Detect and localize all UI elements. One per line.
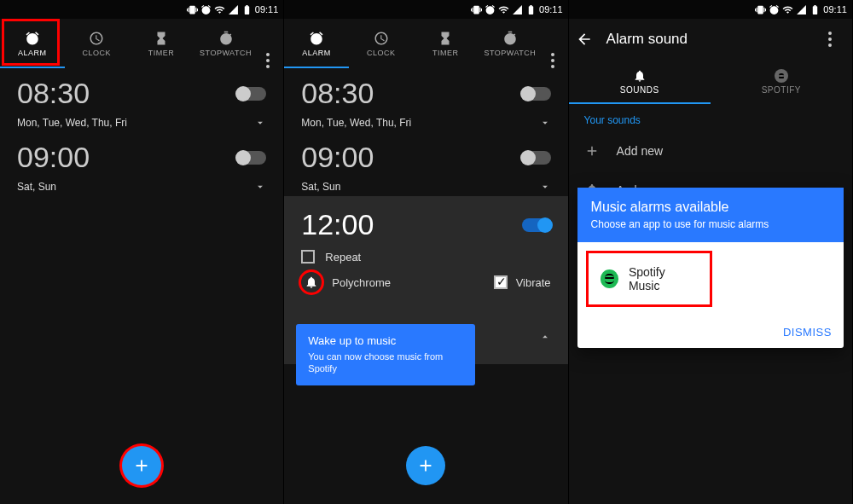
status-bar: 09:11 [569, 0, 852, 19]
overflow-menu[interactable] [543, 53, 563, 68]
vibrate-icon [471, 4, 482, 15]
dialog-subtitle: Choose an app to use for music alarms [591, 218, 830, 230]
alarm-toggle[interactable] [237, 87, 266, 101]
alarm-days: Sat, Sun [17, 181, 56, 193]
alarm-item-1[interactable]: 08:30 Mon, Tue, Wed, Thu, Fri [0, 68, 283, 132]
ringtone-label[interactable]: Polychrome [332, 276, 391, 289]
ringtone-icon-wrapper[interactable] [301, 272, 322, 293]
alarm-time: 12:00 [301, 208, 374, 241]
alarm-item-3-expanded: 12:00 Repeat Polychrome Vibrate Wake up … [284, 196, 567, 364]
battery-icon [525, 4, 537, 15]
wifi-icon [214, 4, 225, 15]
tab-spotify[interactable]: SPOTIFY [711, 60, 852, 104]
alarm-time: 09:00 [17, 141, 90, 174]
add-alarm-fab[interactable] [406, 446, 445, 485]
spotify-icon [775, 69, 788, 83]
dismiss-button[interactable]: DISMISS [783, 326, 832, 339]
alarm-days: Mon, Tue, Wed, Thu, Fri [301, 117, 411, 129]
spotify-option[interactable]: Spotify Music [586, 251, 712, 307]
chevron-down-icon[interactable] [539, 117, 551, 129]
alarm-toggle[interactable] [237, 151, 266, 165]
tab-clock[interactable]: CLOCK [65, 19, 130, 68]
alarm-status-icon [485, 4, 496, 15]
chevron-up-icon[interactable] [539, 331, 551, 343]
section-your-sounds: Your sounds [569, 104, 852, 131]
alarm-item-2[interactable]: 09:00 Sat, Sun [284, 132, 567, 196]
tab-alarm[interactable]: ALARM [284, 19, 349, 68]
alarm-item-2[interactable]: 09:00 Sat, Sun [0, 132, 283, 196]
screen-alarm-list: 09:11 ALARM CLOCK TIMER STOPWATCH [0, 0, 284, 504]
vibrate-checkbox[interactable] [494, 275, 508, 289]
alarm-time: 08:30 [17, 77, 90, 110]
page-title: Alarm sound [606, 31, 688, 48]
alarm-days: Sat, Sun [301, 181, 340, 193]
plus-icon [584, 143, 600, 159]
overflow-menu[interactable] [258, 53, 278, 68]
clock-icon [89, 31, 104, 46]
top-bar: ALARM CLOCK TIMER STOPWATCH [284, 19, 567, 68]
tab-alarm[interactable]: ALARM [0, 19, 65, 68]
status-bar: 09:11 [284, 0, 567, 19]
sound-tabs: SOUNDS SPOTIFY [569, 60, 852, 104]
status-time: 09:11 [539, 4, 563, 14]
vibrate-icon [755, 4, 766, 15]
stopwatch-icon [502, 31, 518, 46]
spotify-tooltip: Wake up to music You can now choose musi… [296, 324, 475, 385]
signal-icon [512, 4, 523, 15]
clock-icon [374, 31, 389, 46]
tab-stopwatch[interactable]: STOPWATCH [194, 19, 258, 68]
app-bar: Alarm sound [569, 19, 852, 60]
signal-icon [796, 4, 807, 15]
repeat-row[interactable]: Repeat [301, 250, 550, 264]
tab-clock[interactable]: CLOCK [349, 19, 414, 68]
bell-icon [305, 275, 318, 289]
tab-sounds[interactable]: SOUNDS [569, 60, 711, 104]
vibrate-icon [187, 4, 198, 15]
spotify-icon [601, 269, 618, 288]
chevron-down-icon[interactable] [254, 181, 266, 193]
alarm-time: 08:30 [301, 77, 374, 110]
music-alarms-dialog: Music alarms available Choose an app to … [577, 188, 844, 348]
alarm-toggle[interactable] [522, 151, 551, 165]
signal-icon [228, 4, 239, 15]
spotify-option-label: Spotify Music [629, 265, 698, 293]
battery-icon [241, 4, 252, 15]
repeat-checkbox[interactable] [301, 250, 315, 264]
chevron-down-icon[interactable] [539, 181, 551, 193]
alarm-icon [25, 31, 40, 46]
overflow-menu[interactable] [820, 32, 840, 47]
dialog-header: Music alarms available Choose an app to … [577, 188, 844, 242]
alarm-toggle[interactable] [522, 218, 551, 232]
add-new-sound[interactable]: Add new [569, 131, 852, 171]
vibrate-label: Vibrate [516, 276, 551, 289]
wifi-icon [498, 4, 509, 15]
plus-icon [416, 456, 435, 475]
alarm-time: 09:00 [301, 141, 374, 174]
timer-icon [154, 31, 169, 46]
status-time: 09:11 [823, 4, 847, 14]
wifi-icon [782, 4, 793, 15]
battery-icon [809, 4, 821, 15]
tooltip-title: Wake up to music [308, 334, 463, 347]
alarm-days: Mon, Tue, Wed, Thu, Fri [17, 117, 127, 129]
bell-icon [633, 69, 647, 83]
add-alarm-fab[interactable] [122, 446, 161, 485]
plus-icon [132, 456, 151, 475]
timer-icon [438, 31, 453, 46]
stopwatch-icon [218, 31, 234, 46]
alarm-icon [309, 31, 324, 46]
dialog-title: Music alarms available [591, 200, 830, 215]
top-bar: ALARM CLOCK TIMER STOPWATCH [0, 19, 283, 68]
chevron-down-icon[interactable] [254, 117, 266, 129]
alarm-toggle[interactable] [522, 87, 551, 101]
tab-timer[interactable]: TIMER [129, 19, 194, 68]
alarm-status-icon [769, 4, 780, 15]
alarm-item-1[interactable]: 08:30 Mon, Tue, Wed, Thu, Fri [284, 68, 567, 132]
repeat-label: Repeat [325, 251, 361, 264]
tooltip-body: You can now choose music from Spotify [308, 350, 463, 375]
tab-timer[interactable]: TIMER [413, 19, 478, 68]
back-icon[interactable] [576, 31, 593, 48]
screen-alarm-sound: 09:11 Alarm sound SOUNDS SPOTIFY Your so… [569, 0, 853, 504]
tab-stopwatch[interactable]: STOPWATCH [478, 19, 543, 68]
status-time: 09:11 [255, 4, 279, 14]
